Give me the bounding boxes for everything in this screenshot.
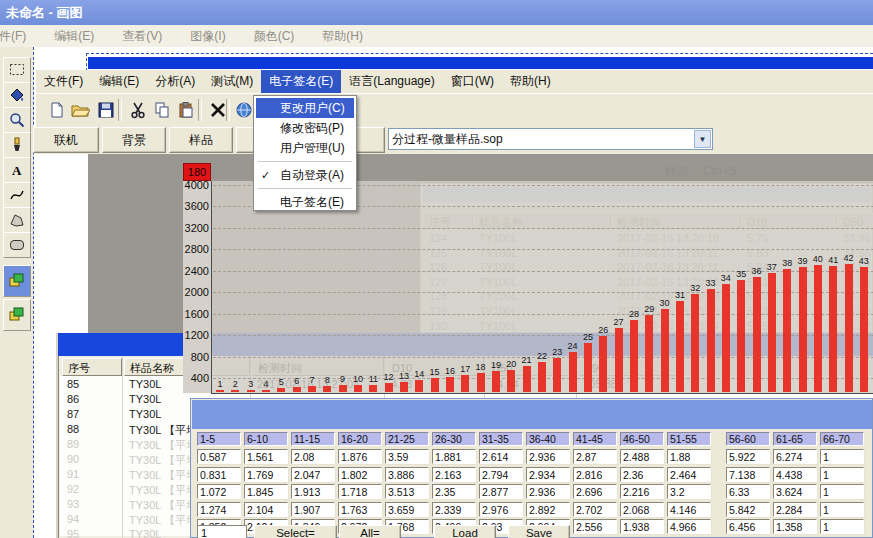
grid-cell-r4-c8[interactable]: 2.892 bbox=[526, 502, 570, 517]
grid-cell-r2-c2[interactable]: 1.769 bbox=[244, 467, 288, 482]
grid-cell-r1-c8[interactable]: 2.936 bbox=[526, 449, 570, 464]
grid-cell-r4-c4[interactable]: 1.763 bbox=[338, 502, 382, 517]
bar-29[interactable] bbox=[645, 315, 653, 392]
tool-fill[interactable] bbox=[3, 82, 31, 108]
option-paste-transparent[interactable] bbox=[3, 299, 31, 331]
grid-cell-r4-c1[interactable]: 1.274 bbox=[197, 502, 241, 517]
grid-cell-r3-c1[interactable]: 1.072 bbox=[197, 484, 241, 499]
app-menu-4[interactable]: 测试(M) bbox=[203, 70, 261, 93]
bar-19[interactable] bbox=[492, 371, 500, 392]
bar-22[interactable] bbox=[538, 362, 546, 392]
bar-14[interactable] bbox=[415, 380, 423, 392]
grid-cell-r4-c9[interactable]: 2.702 bbox=[573, 502, 617, 517]
paint-menu-6[interactable]: 帮助(H) bbox=[308, 28, 377, 45]
grid-cell-r3-c5[interactable]: 3.513 bbox=[385, 484, 429, 499]
grid-cell-r1-c6[interactable]: 1.881 bbox=[432, 449, 476, 464]
bar-37[interactable] bbox=[768, 273, 776, 392]
bar-23[interactable] bbox=[553, 358, 561, 392]
bar-40[interactable] bbox=[814, 265, 822, 392]
tool-magnifier[interactable] bbox=[3, 107, 31, 133]
bar-11[interactable] bbox=[369, 385, 377, 392]
app-menu-5[interactable]: 电子签名(E) bbox=[261, 70, 341, 93]
app-menu-6[interactable]: 语言(Language) bbox=[341, 70, 442, 93]
bar-1[interactable] bbox=[216, 390, 224, 392]
grid-cell-r4-c3[interactable]: 1.907 bbox=[291, 502, 335, 517]
grid-cell-r4-c6[interactable]: 2.339 bbox=[432, 502, 476, 517]
bar-2[interactable] bbox=[231, 390, 239, 392]
grid-cell-r3-c13[interactable]: 3.624 bbox=[773, 484, 817, 499]
tool-text[interactable]: A bbox=[3, 157, 31, 183]
app-menu-1[interactable]: 文件(F) bbox=[36, 70, 91, 93]
bar-3[interactable] bbox=[247, 390, 255, 392]
grid-cell-r1-c5[interactable]: 3.59 bbox=[385, 449, 429, 464]
grid-cell-r2-c7[interactable]: 2.794 bbox=[479, 467, 523, 482]
paint-menu-2[interactable]: 编辑(E) bbox=[40, 28, 108, 45]
grid-cell-r2-c10[interactable]: 2.36 bbox=[620, 467, 664, 482]
chevron-down-icon[interactable]: ▼ bbox=[694, 130, 711, 148]
bar-4[interactable] bbox=[262, 390, 270, 392]
grid-cell-r2-c8[interactable]: 2.934 bbox=[526, 467, 570, 482]
bar-26[interactable] bbox=[599, 336, 607, 392]
grid-cell-r2-c11[interactable]: 2.464 bbox=[667, 467, 711, 482]
command-button-1[interactable]: 联机 bbox=[33, 127, 99, 153]
grid-cell-r1-c7[interactable]: 2.614 bbox=[479, 449, 523, 464]
bar-21[interactable] bbox=[523, 366, 531, 392]
grid-cell-r2-c3[interactable]: 2.047 bbox=[291, 467, 335, 482]
bar-15[interactable] bbox=[431, 378, 439, 392]
app-menu-7[interactable]: 窗口(W) bbox=[443, 70, 502, 93]
count-input[interactable]: 1 bbox=[197, 525, 247, 538]
grid-cell-r2-c5[interactable]: 3.886 bbox=[385, 467, 429, 482]
grid-cell-r2-c12[interactable]: 7.138 bbox=[726, 467, 770, 482]
menu-item-1[interactable]: 更改用户(C) bbox=[256, 98, 354, 118]
app-menu-8[interactable]: 帮助(H) bbox=[502, 70, 559, 93]
grid-cell-r1-c13[interactable]: 6.274 bbox=[773, 449, 817, 464]
grid-cell-r4-c5[interactable]: 3.659 bbox=[385, 502, 429, 517]
toolbar-copy-button[interactable] bbox=[150, 98, 174, 122]
grid-cell-r1-c4[interactable]: 1.876 bbox=[338, 449, 382, 464]
bar-39[interactable] bbox=[799, 267, 807, 392]
grid-cell-r2-c14[interactable]: 1 bbox=[820, 467, 864, 482]
bar-13[interactable] bbox=[400, 382, 408, 392]
tool-polygon[interactable] bbox=[3, 207, 31, 233]
grid-cell-r3-c7[interactable]: 2.877 bbox=[479, 484, 523, 499]
bar-34[interactable] bbox=[722, 284, 730, 392]
grid-window-title-bar[interactable] bbox=[192, 400, 872, 429]
bar-38[interactable] bbox=[783, 269, 791, 392]
toolbar-paste-button[interactable] bbox=[174, 98, 198, 122]
grid-cell-r1-c3[interactable]: 2.08 bbox=[291, 449, 335, 464]
grid-cell-r3-c4[interactable]: 1.718 bbox=[338, 484, 382, 499]
grid-cell-r5-c14[interactable]: 1 bbox=[820, 519, 864, 534]
command-button-3[interactable]: 样品 bbox=[169, 127, 233, 153]
bar-30[interactable] bbox=[661, 309, 669, 392]
bar-20[interactable] bbox=[507, 370, 515, 392]
grid-cell-r2-c13[interactable]: 4.438 bbox=[773, 467, 817, 482]
grid-cell-r4-c7[interactable]: 2.976 bbox=[479, 502, 523, 517]
bar-16[interactable] bbox=[446, 377, 454, 392]
grid-cell-r2-c9[interactable]: 2.816 bbox=[573, 467, 617, 482]
sop-combobox[interactable]: 分过程-微量样品.sop ▼ bbox=[388, 128, 713, 150]
grid-cell-r1-c14[interactable]: 1 bbox=[820, 449, 864, 464]
grid-cell-r3-c9[interactable]: 2.696 bbox=[573, 484, 617, 499]
bar-28[interactable] bbox=[630, 320, 638, 392]
bar-33[interactable] bbox=[707, 289, 715, 392]
grid-cell-r4-c10[interactable]: 2.068 bbox=[620, 502, 664, 517]
grid-cell-r3-c2[interactable]: 1.845 bbox=[244, 484, 288, 499]
grid-cell-r5-c11[interactable]: 4.966 bbox=[667, 519, 711, 534]
grid-cell-r3-c3[interactable]: 1.913 bbox=[291, 484, 335, 499]
menu-item-2[interactable]: 修改密码(P) bbox=[256, 118, 354, 138]
paint-menu-4[interactable]: 图像(I) bbox=[176, 28, 239, 45]
bar-6[interactable] bbox=[293, 387, 301, 392]
grid-cell-r3-c14[interactable]: 1 bbox=[820, 484, 864, 499]
tool-curve[interactable] bbox=[3, 182, 31, 208]
tool-select[interactable] bbox=[3, 57, 31, 83]
app-menu-2[interactable]: 编辑(E) bbox=[91, 70, 147, 93]
grid-cell-r1-c1[interactable]: 0.587 bbox=[197, 449, 241, 464]
grid-cell-r4-c13[interactable]: 2.284 bbox=[773, 502, 817, 517]
grid-cell-r3-c12[interactable]: 6.33 bbox=[726, 484, 770, 499]
selection-border-top[interactable] bbox=[86, 53, 873, 54]
grid-cell-r1-c11[interactable]: 1.88 bbox=[667, 449, 711, 464]
grid-cell-r1-c9[interactable]: 2.87 bbox=[573, 449, 617, 464]
grid-button-all[interactable]: All= bbox=[339, 525, 401, 538]
toolbar-new-button[interactable] bbox=[44, 98, 68, 122]
grid-cell-r4-c2[interactable]: 2.104 bbox=[244, 502, 288, 517]
